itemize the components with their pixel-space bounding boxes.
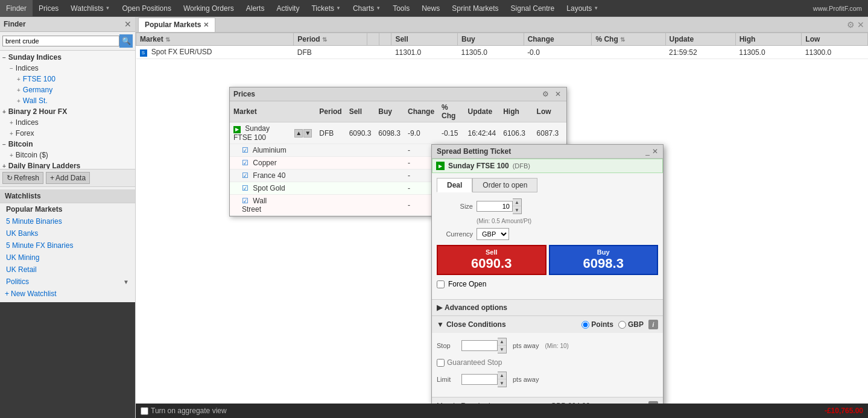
watchlist-item-popular-markets[interactable]: Popular Markets <box>0 203 135 215</box>
tree-item-binary-2hour-fx[interactable]: + Binary 2 Hour FX <box>0 106 135 117</box>
main-table-wrapper: Market ⇅ Period ⇅ Sell Buy Change % Chg … <box>136 33 868 404</box>
watchlist-item-5min-binaries[interactable]: 5 Minute Binaries <box>0 215 135 227</box>
layouts-dropdown-icon: ▼ <box>594 0 598 17</box>
aggregate-toggle[interactable]: Turn on aggregate view <box>141 407 227 415</box>
watchlist-item-uk-banks[interactable]: UK Banks <box>0 227 135 239</box>
nav-layouts[interactable]: Layouts ▼ <box>560 0 604 17</box>
watchlist-item-uk-retail[interactable]: UK Retail <box>0 264 135 276</box>
tab-bar: Popular Markets ✕ ⚙ ✕ <box>136 17 868 33</box>
content-close-icon[interactable]: ✕ <box>857 20 864 30</box>
tab-popular-markets[interactable]: Popular Markets ✕ <box>138 17 215 32</box>
tree-item-germany[interactable]: + Germany <box>0 84 135 95</box>
nav-sprint-markets[interactable]: Sprint Markets <box>446 0 504 17</box>
stop-increment[interactable]: ▲ <box>498 338 506 346</box>
col-market[interactable]: Market ⇅ <box>136 33 294 46</box>
prices-close-button[interactable]: ✕ <box>553 89 563 99</box>
force-open-checkbox[interactable] <box>437 280 445 288</box>
prices-col-market[interactable]: Market <box>230 101 291 122</box>
prices-col-sell[interactable]: Sell <box>346 101 375 122</box>
nav-working-orders[interactable]: Working Orders <box>177 0 240 17</box>
tree-item-ftse100[interactable]: + FTSE 100 <box>0 74 135 84</box>
ticket-minimize-button[interactable]: _ <box>645 147 650 156</box>
nav-prices[interactable]: Prices <box>33 0 65 17</box>
nav-finder[interactable]: Finder <box>0 0 33 17</box>
limit-input[interactable] <box>461 374 498 385</box>
prices-settings-icon[interactable]: ⚙ <box>540 89 551 99</box>
ticket-tab-order-to-open[interactable]: Order to open <box>472 178 537 192</box>
advanced-options-header[interactable]: ▶ Advanced options <box>432 300 663 315</box>
nav-alerts[interactable]: Alerts <box>240 0 271 17</box>
nav-tools[interactable]: Tools <box>387 0 416 17</box>
main-layout: Finder ✕ 🔍 − Sunday Indices − Indices + … <box>0 17 868 418</box>
tree-item-bitcoin-usd[interactable]: + Bitcoin ($) <box>0 150 135 160</box>
table-row[interactable]: S Spot FX EUR/USD DFB 11301.0 11305.0 -0… <box>136 46 868 59</box>
prices-col-update[interactable]: Update <box>464 101 499 122</box>
tab-close-button[interactable]: ✕ <box>203 21 209 29</box>
prices-col-low[interactable]: Low <box>533 101 566 122</box>
col-update[interactable]: Update <box>665 33 735 46</box>
finder-close-button[interactable]: ✕ <box>124 19 131 29</box>
row-expand-up[interactable]: ▲ <box>294 129 303 138</box>
prices-col-change[interactable]: Change <box>404 101 438 122</box>
prices-col-period[interactable]: Period <box>315 101 345 122</box>
nav-tickets[interactable]: Tickets ▼ <box>305 0 346 17</box>
nav-open-positions[interactable]: Open Positions <box>116 0 177 17</box>
tree-item-indices-2[interactable]: + Indices <box>0 117 135 128</box>
col-sell[interactable]: Sell <box>391 33 458 46</box>
points-radio[interactable]: Points <box>581 320 613 329</box>
limit-increment[interactable]: ▲ <box>498 372 506 379</box>
nav-signal-centre[interactable]: Signal Centre <box>505 0 561 17</box>
watchlists-panel: Watchlists Popular Markets 5 Minute Bina… <box>0 186 135 302</box>
ticket-close-button[interactable]: ✕ <box>652 147 658 156</box>
size-field[interactable] <box>477 201 513 212</box>
tree-item-daily-binary[interactable]: + Daily Binary Ladders <box>0 160 135 169</box>
prices-col-buy[interactable]: Buy <box>375 101 404 122</box>
watchlist-item-uk-mining[interactable]: UK Mining <box>0 252 135 264</box>
sell-label: Sell <box>440 249 543 256</box>
col-low[interactable]: Low <box>802 33 868 46</box>
new-watchlist-button[interactable]: + New Watchlist <box>0 288 135 300</box>
ticket-tab-deal[interactable]: Deal <box>437 178 472 192</box>
refresh-button[interactable]: ↻ Refresh <box>2 172 43 184</box>
sell-button[interactable]: Sell 6090.3 <box>437 245 546 275</box>
finder-search-input[interactable] <box>2 36 119 46</box>
nav-charts[interactable]: Charts ▼ <box>347 0 387 17</box>
prices-table-row[interactable]: ▶ Sunday FTSE 100 ▲ ▼ DFB 6090.3 <box>230 122 566 144</box>
force-open-label: Force Open <box>448 280 486 288</box>
nav-news[interactable]: News <box>416 0 446 17</box>
col-change[interactable]: Change <box>524 33 592 46</box>
content-settings-icon[interactable]: ⚙ <box>847 20 855 30</box>
add-data-button[interactable]: + Add Data <box>46 172 90 184</box>
close-conditions-header[interactable]: ▼ Close Conditions Points GBP <box>432 315 663 333</box>
size-increment[interactable]: ▲ <box>513 199 521 206</box>
nav-activity[interactable]: Activity <box>270 0 305 17</box>
aggregate-checkbox[interactable] <box>141 407 148 415</box>
size-decrement[interactable]: ▼ <box>513 206 521 214</box>
watchlist-item-5min-fx-binaries[interactable]: 5 Minute FX Binaries <box>0 239 135 252</box>
buy-button[interactable]: Buy 6098.3 <box>549 245 659 275</box>
limit-decrement[interactable]: ▼ <box>498 379 506 387</box>
watchlist-item-politics[interactable]: Politics ▼ <box>0 276 135 288</box>
tree-item-sunday-indices[interactable]: − Sunday Indices <box>0 52 135 63</box>
guaranteed-stop-checkbox[interactable] <box>437 359 445 367</box>
conditions-info-icon[interactable]: i <box>648 320 658 329</box>
prices-col-high[interactable]: High <box>499 101 533 122</box>
prices-col-pct-chg[interactable]: % Chg <box>438 101 464 122</box>
col-high[interactable]: High <box>735 33 802 46</box>
col-period[interactable]: Period ⇅ <box>294 33 367 46</box>
stop-input[interactable] <box>461 340 498 351</box>
currency-select[interactable]: GBP USD EUR <box>477 228 509 240</box>
col-pct-chg[interactable]: % Chg ⇅ <box>592 33 665 46</box>
tree-item-bitcoin[interactable]: − Bitcoin <box>0 139 135 150</box>
col-buy[interactable]: Buy <box>458 33 524 46</box>
guaranteed-stop-label: Guaranteed Stop <box>447 358 502 367</box>
stop-decrement[interactable]: ▼ <box>498 346 506 353</box>
tree-item-forex[interactable]: + Forex <box>0 128 135 139</box>
finder-search-button[interactable]: 🔍 <box>119 34 133 48</box>
nav-watchlists[interactable]: Watchlists ▼ <box>65 0 116 17</box>
tree-item-wall-st[interactable]: + Wall St. <box>0 95 135 106</box>
margin-info-icon[interactable]: i <box>648 401 658 404</box>
gbp-radio[interactable]: GBP <box>618 320 644 329</box>
tree-item-indices[interactable]: − Indices <box>0 63 135 74</box>
row-expand-down[interactable]: ▼ <box>303 129 312 138</box>
